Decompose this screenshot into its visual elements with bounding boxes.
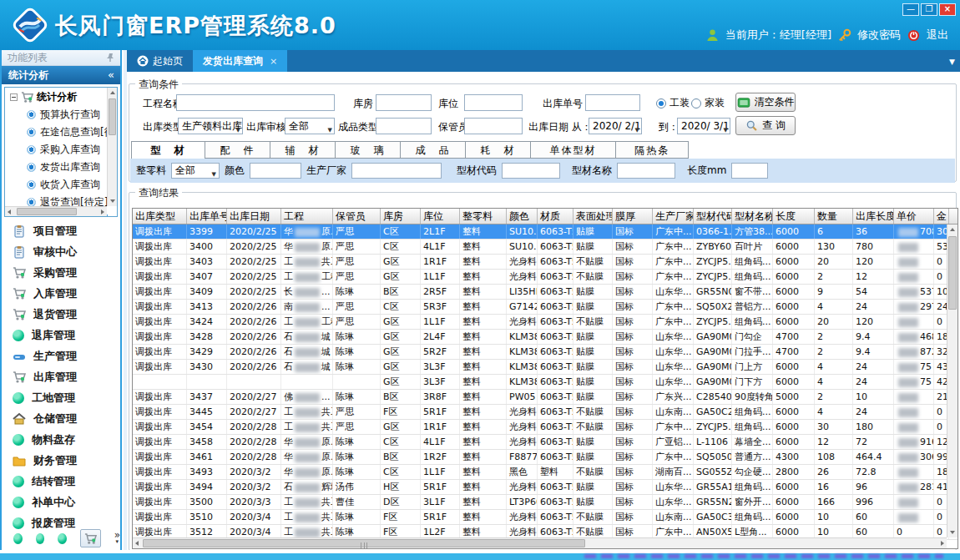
logout-link[interactable]: 退出 [927,28,948,43]
green-module-icon[interactable] [13,533,23,544]
profile-name-input[interactable] [617,163,675,179]
grid-column-header[interactable]: 库房 [381,209,421,224]
sidebar-menu-item[interactable]: 入库管理 [2,283,120,304]
length-input[interactable] [731,163,768,179]
table-row[interactable]: 调拨出库34132020/2/26南...严思C区5R3F整料G71422606… [133,300,957,315]
sidebar-menu-item[interactable]: 补单中心 [2,492,120,512]
location-input[interactable] [464,94,523,111]
tree-item[interactable]: 采购入库查询 [5,141,117,159]
material-tab[interactable]: 隔热条 [615,141,689,159]
grid-column-header[interactable]: 型材名称 [732,209,773,224]
profile-code-input[interactable] [502,163,560,179]
tree-item[interactable]: 收货入库查询 [5,176,117,194]
table-row[interactable]: 调拨出库34242020/2/26工工程严思G区1L1F整料光身料6063-T5… [133,315,957,330]
table-row[interactable]: 调拨出库34002020/2/25华原...严思C区4L1F整料SU10...6… [133,240,957,255]
table-row[interactable]: 调拨出库34302020/2/26石城陈琳G区3L3F整料KLM38176063… [133,360,957,375]
tree-vertical-scrollbar[interactable] [107,88,117,206]
manufacturer-input[interactable] [351,163,442,179]
search-button[interactable]: 查 询 [735,116,796,135]
table-row[interactable]: 调拨出库35002020/3/3工共工程曹佳D区3L1F整料LT3P606063… [133,495,957,510]
table-row[interactable]: 调拨出库34292020/2/26石城陈琳G区5R2F整料KLM38176063… [133,345,957,360]
grid-column-header[interactable]: 出库单号 [187,209,227,224]
grid-column-header[interactable]: 整零料 [460,209,507,224]
overflow-chevron[interactable]: »▾ [114,532,120,545]
sidebar-menu-item[interactable]: 仓储管理 [2,408,120,429]
out-order-input[interactable] [585,94,640,111]
change-password-link[interactable]: 修改密码 [857,28,901,43]
table-row[interactable]: 调拨出库33992020/2/25华原...严思C区2L1F整料SU10...6… [133,225,957,240]
radio-gongzhuang[interactable]: 工装 [656,96,690,110]
table-row[interactable]: 调拨出库34282020/2/26石城陈琳G区2L4F整料KLM38176063… [133,330,957,345]
grid-column-header[interactable]: 出库长度 [853,209,894,224]
date-from-picker[interactable]: 2020/ 2/16 [589,118,642,134]
table-row[interactable]: 调拨出库34542020/2/28工共工程严思G区1R1F整料光身料6063-T… [133,420,957,435]
grid-vertical-scrollbar[interactable] [947,225,957,537]
sidebar-menu-item[interactable]: 审核中心 [2,241,120,262]
maximize-button[interactable]: ❐ [921,3,937,16]
grid-column-header[interactable]: 工程 [281,209,333,224]
out-type-select[interactable]: 生产领料出库 [178,118,243,134]
tree-expander-icon[interactable] [10,93,18,101]
sidebar-menu-item[interactable]: 退库管理 [2,325,120,346]
material-tab[interactable]: 型 材 [131,141,205,159]
tab-list-caret-icon[interactable]: ▼ [949,58,955,66]
collapse-icon[interactable]: « [108,66,114,84]
table-row[interactable]: 调拨出库34032020/2/25工共工程严思G区1R1F整料光身料6063-T… [133,255,957,270]
sidebar-menu-item[interactable]: 物料盘存 [2,429,120,450]
sidebar-menu-item[interactable]: 出库管理 [2,366,120,387]
grid-column-header[interactable]: 数量 [815,209,853,224]
grid-column-header[interactable]: 单价 [894,209,934,224]
material-tab[interactable]: 单体型材 [530,141,615,159]
product-type-input[interactable] [376,118,432,134]
pin-icon[interactable] [105,53,115,63]
tree-root-node[interactable]: 统计分析 [5,88,117,106]
tree-item[interactable]: 在途信息查询[待 [5,124,117,141]
tab-发货出库查询[interactable]: 发货出库查询× [193,50,287,72]
grid-column-header[interactable]: 颜色 [507,209,538,224]
grid-column-header[interactable]: 膜厚 [613,209,653,224]
table-row[interactable]: 调拨出库34942020/3/2石辉城汤伟H区5R1F整料光身料6063-T5贴… [133,480,957,495]
green-module-icon[interactable] [36,533,45,544]
sidebar-menu-item[interactable]: 工地管理 [2,387,120,408]
sidebar-menu-item[interactable]: 结转管理 [2,471,120,492]
clear-conditions-button[interactable]: 清空条件 [735,93,796,112]
grid-column-header[interactable]: 表面处理 [573,209,613,224]
tab-起始页[interactable]: 起始页 [127,50,193,72]
tree-item[interactable]: 预算执行查询 [5,106,117,124]
table-row[interactable]: 调拨出库35102020/3/4工共工程陈琳F区5R1F整料光身料6063-T5… [133,510,957,525]
sidebar-menu-item[interactable]: 项目管理 [2,220,120,241]
audit-select[interactable]: 全部 [285,118,335,134]
grid-horizontal-scrollbar[interactable] [133,537,947,548]
grid-column-header[interactable]: 生产厂家 [653,209,694,224]
table-row[interactable]: 调拨出库34092020/2/25长...陈琳B区2R5F整料LI35HD606… [133,285,957,300]
grid-column-header[interactable]: 库位 [421,209,460,224]
table-row[interactable]: 调拨出库34612020/2/28华原...陈琳B区1R2F整料F8877FT6… [133,450,957,465]
material-tab[interactable]: 玻 璃 [335,141,400,159]
grid-column-header[interactable]: 型材代码 [694,209,732,224]
cart-module-button[interactable] [80,529,101,547]
close-button[interactable]: × [939,3,956,16]
grid-column-header[interactable]: 长度 [773,209,815,224]
table-row[interactable]: 调拨出库34452020/2/27工共工程严思F区5R1F整料光身料6063-T… [133,405,957,420]
tree-horizontal-scrollbar[interactable] [5,206,107,216]
statistics-section-header[interactable]: 统计分析 « [2,66,120,84]
green-module-icon[interactable] [58,533,67,544]
table-row[interactable]: G区3L3F整料KLM38176063-T5贴膜国标山东华...GA90M09.… [133,375,957,390]
grid-column-header[interactable]: 材质 [538,209,573,224]
sidebar-menu-item[interactable]: 生产管理 [2,346,120,366]
material-tab[interactable]: 耗 材 [465,141,530,159]
radio-jiazhuang[interactable]: 家装 [691,96,725,110]
grid-column-header[interactable]: 出库类型 [133,209,187,224]
grid-column-header[interactable]: 保管员 [333,209,381,224]
sidebar-menu-item[interactable]: 退货管理 [2,304,120,325]
grid-column-header[interactable]: 金 [934,209,949,224]
material-tab[interactable]: 辅 材 [270,141,335,159]
table-row[interactable]: 调拨出库34582020/2/28华原...陈琳C区4L1F整料光身料6063-… [133,435,957,450]
grid-column-header[interactable]: 出库日期 [227,209,281,224]
table-row[interactable]: 调拨出库34072020/2/25工工程严思G区1L1F整料光身料6063-T5… [133,270,957,285]
color-input[interactable] [250,163,301,179]
material-tab[interactable]: 配 件 [205,141,270,159]
tab-close-icon[interactable]: × [270,56,277,67]
whole-part-select[interactable]: 全部 [171,163,220,179]
keeper-input[interactable] [464,118,523,134]
